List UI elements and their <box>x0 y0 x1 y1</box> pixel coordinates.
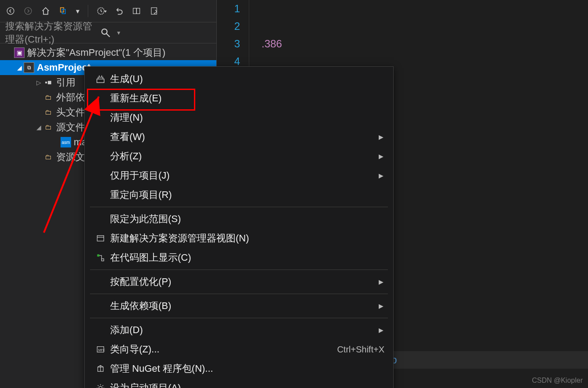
sources-label: 源文件 <box>56 121 85 134</box>
menu-separator <box>90 318 388 318</box>
svg-text:MFC: MFC <box>98 348 105 352</box>
menu-retarget[interactable]: 重定向项目(R) <box>85 185 393 205</box>
undo-icon[interactable] <box>113 5 125 17</box>
toolbar-separator <box>88 5 88 17</box>
svg-rect-5 <box>133 8 137 14</box>
asm-file-icon: asm <box>61 137 71 147</box>
project-context-menu: 生成(U) 重新生成(E) 清理(N) 查看(W) ▶ 分析(Z) ▶ 仅用于项… <box>84 66 394 388</box>
folder-icon: 🗀 <box>43 152 54 162</box>
expander-icon[interactable]: ◢ <box>15 64 24 71</box>
folder-icon: 🗀 <box>43 107 54 118</box>
window-icon <box>91 234 110 243</box>
collapse-icon[interactable] <box>130 5 143 17</box>
search-box[interactable]: 搜索解决方案资源管理器(Ctrl+;) ▼ <box>0 22 216 43</box>
solution-label: 解决方案"AsmProject"(1 个项目) <box>27 46 165 59</box>
gear-icon <box>91 384 110 388</box>
folder-icon: 🗀 <box>43 92 54 103</box>
headers-label: 头文件 <box>56 106 85 119</box>
project-label: AsmProject <box>37 62 90 73</box>
forward-icon[interactable] <box>22 5 34 17</box>
menu-scope[interactable]: 限定为此范围(S) <box>85 209 393 229</box>
submenu-arrow-icon: ▶ <box>379 327 384 334</box>
submenu-arrow-icon: ▶ <box>379 302 384 309</box>
menu-new-explorer-view[interactable]: 新建解决方案资源管理器视图(N) <box>85 229 393 248</box>
menu-build[interactable]: 生成(U) <box>85 69 393 89</box>
explorer-toolbar: ▾ ▾ <box>0 0 216 22</box>
menu-clean[interactable]: 清理(N) <box>85 108 393 127</box>
svg-rect-6 <box>136 8 140 14</box>
menu-analyze[interactable]: 分析(Z) ▶ <box>85 147 393 166</box>
menu-separator <box>90 294 388 294</box>
references-icon: ▪■ <box>43 77 54 88</box>
solution-node[interactable]: ▣ 解决方案"AsmProject"(1 个项目) <box>0 45 216 60</box>
svg-point-1 <box>25 7 32 14</box>
graph-icon <box>91 253 110 262</box>
folder-icon: 🗀 <box>43 122 54 133</box>
expander-icon[interactable]: ▷ <box>34 79 43 86</box>
menu-class-wizard[interactable]: MFC 类向导(Z)... Ctrl+Shift+X <box>85 340 393 359</box>
dropdown-icon[interactable]: ▼ <box>116 30 212 36</box>
submenu-arrow-icon: ▶ <box>379 133 384 140</box>
menu-add[interactable]: 添加(D) ▶ <box>85 320 393 340</box>
back-icon[interactable] <box>4 5 17 17</box>
menu-project-only[interactable]: 仅用于项目(J) ▶ <box>85 166 393 185</box>
nuget-icon <box>91 364 110 373</box>
submenu-arrow-icon: ▶ <box>379 278 384 285</box>
menu-rebuild[interactable]: 重新生成(E) <box>85 89 393 108</box>
chevron-down-icon[interactable]: ▾ <box>75 5 81 17</box>
shortcut-label: Ctrl+Shift+X <box>337 345 384 355</box>
menu-pgo[interactable]: 按配置优化(P) ▶ <box>85 272 393 291</box>
resources-label: 资源文 <box>56 151 85 164</box>
menu-set-startup[interactable]: 设为启动项目(A) <box>85 378 393 388</box>
watermark: CSDN @Kiopler <box>532 377 583 384</box>
svg-rect-12 <box>102 259 104 261</box>
submenu-arrow-icon: ▶ <box>379 172 384 179</box>
svg-rect-10 <box>97 236 104 241</box>
solution-icon: ▣ <box>14 47 25 58</box>
menu-separator <box>90 207 388 207</box>
sync-icon[interactable] <box>57 5 69 17</box>
svg-rect-9 <box>97 79 104 83</box>
menu-build-deps[interactable]: 生成依赖项(B) ▶ <box>85 296 393 316</box>
references-label: 引用 <box>56 76 75 89</box>
home-icon[interactable] <box>39 5 52 17</box>
menu-code-map[interactable]: 在代码图上显示(C) <box>85 248 393 267</box>
project-icon: ⧉ <box>24 62 34 73</box>
external-label: 外部依 <box>56 91 85 104</box>
svg-rect-11 <box>97 255 100 257</box>
svg-point-16 <box>99 386 102 388</box>
expander-icon[interactable]: ◢ <box>34 124 43 131</box>
menu-nuget[interactable]: 管理 NuGet 程序包(N)... <box>85 359 393 378</box>
svg-point-0 <box>7 7 14 14</box>
search-placeholder: 搜索解决方案资源管理器(Ctrl+;) <box>5 20 100 46</box>
history-icon[interactable]: ▾ <box>95 5 108 17</box>
search-icon <box>100 28 111 38</box>
menu-separator <box>90 269 388 270</box>
build-icon <box>91 74 110 84</box>
menu-view[interactable]: 查看(W) ▶ <box>85 127 393 147</box>
properties-icon[interactable] <box>148 5 160 17</box>
submenu-arrow-icon: ▶ <box>379 153 384 160</box>
wizard-icon: MFC <box>91 345 110 354</box>
svg-point-8 <box>102 29 107 34</box>
